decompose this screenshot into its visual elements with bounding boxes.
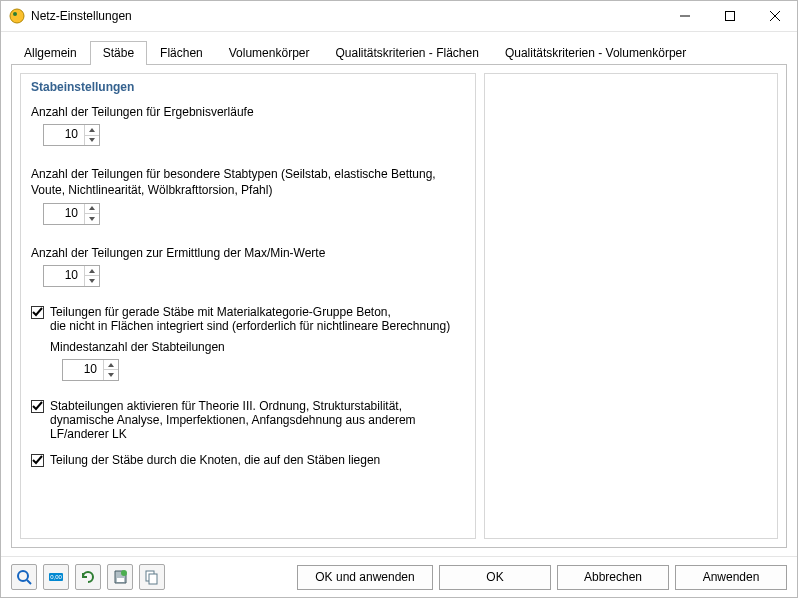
check-nodes-on-members[interactable]: Teilung der Stäbe durch die Knoten, die … (31, 453, 465, 467)
tab-volumenkoerper[interactable]: Volumenkörper (216, 41, 323, 65)
value-divisions-maxmin[interactable]: 10 (44, 266, 84, 286)
checkbox-icon[interactable] (31, 454, 44, 467)
svg-point-8 (121, 570, 127, 576)
window-title: Netz-Einstellungen (31, 9, 132, 23)
check-concrete-divisions[interactable]: Teilungen für gerade Stäbe mit Materialk… (31, 305, 465, 333)
checkbox-icon[interactable] (31, 306, 44, 319)
close-button[interactable] (752, 2, 797, 31)
dialog-window: Netz-Einstellungen Allgemein Stäbe Fläch… (0, 0, 798, 598)
label-concrete-min: Mindestanzahl der Stabteilungen (50, 339, 465, 355)
save-button[interactable] (107, 564, 133, 590)
settings-panel: Stabeinstellungen Anzahl der Teilungen f… (20, 73, 476, 539)
input-divisions-maxmin[interactable]: 10 (43, 265, 100, 287)
ok-apply-button[interactable]: OK und anwenden (297, 565, 433, 590)
apply-button[interactable]: Anwenden (675, 565, 787, 590)
tab-staebe[interactable]: Stäbe (90, 41, 147, 65)
label-divisions-results: Anzahl der Teilungen für Ergebnisverläuf… (31, 104, 465, 120)
svg-rect-10 (149, 574, 157, 584)
value-concrete-min[interactable]: 10 (63, 360, 103, 380)
svg-point-3 (18, 571, 28, 581)
check-concrete-label: Teilungen für gerade Stäbe mit Materialk… (50, 305, 450, 333)
value-divisions-results[interactable]: 10 (44, 125, 84, 145)
units-button[interactable]: 0,00 (43, 564, 69, 590)
svg-point-1 (13, 12, 17, 16)
label-divisions-maxmin: Anzahl der Teilungen zur Ermittlung der … (31, 245, 465, 261)
svg-line-4 (27, 580, 31, 584)
svg-point-0 (10, 9, 24, 23)
ok-button[interactable]: OK (439, 565, 551, 590)
checkbox-icon[interactable] (31, 400, 44, 413)
tab-flaechen[interactable]: Flächen (147, 41, 216, 65)
stepper-down-icon[interactable] (85, 276, 99, 286)
input-divisions-special[interactable]: 10 (43, 203, 100, 225)
check-nodes-label: Teilung der Stäbe durch die Knoten, die … (50, 453, 380, 467)
svg-rect-7 (117, 578, 124, 582)
tab-qualitaet-volumen[interactable]: Qualitätskriterien - Volumenkörper (492, 41, 699, 65)
stepper-up-icon[interactable] (85, 125, 99, 136)
input-divisions-results[interactable]: 10 (43, 124, 100, 146)
check-theory3[interactable]: Stabteilungen aktivieren für Theorie III… (31, 399, 465, 441)
stepper-down-icon[interactable] (104, 370, 118, 380)
footer: 0,00 OK und anwenden OK Abbrechen Anwend… (1, 556, 797, 597)
stepper-up-icon[interactable] (85, 204, 99, 215)
app-icon (9, 8, 25, 24)
maximize-button[interactable] (707, 2, 752, 31)
titlebar: Netz-Einstellungen (1, 1, 797, 32)
svg-text:0,00: 0,00 (50, 574, 62, 580)
value-divisions-special[interactable]: 10 (44, 204, 84, 224)
stepper-down-icon[interactable] (85, 214, 99, 224)
tabstrip: Allgemein Stäbe Flächen Volumenkörper Qu… (1, 32, 797, 64)
label-divisions-special: Anzahl der Teilungen für besondere Stabt… (31, 166, 451, 198)
group-heading: Stabeinstellungen (31, 80, 465, 94)
svg-rect-2 (725, 12, 734, 21)
tab-qualitaet-flaechen[interactable]: Qualitätskriterien - Flächen (322, 41, 491, 65)
check-theory3-label: Stabteilungen aktivieren für Theorie III… (50, 399, 465, 441)
stepper-up-icon[interactable] (104, 360, 118, 371)
preview-panel (484, 73, 778, 539)
help-button[interactable] (11, 564, 37, 590)
tab-body: Stabeinstellungen Anzahl der Teilungen f… (11, 64, 787, 548)
stepper-up-icon[interactable] (85, 266, 99, 277)
copy-button[interactable] (139, 564, 165, 590)
stepper-down-icon[interactable] (85, 136, 99, 146)
input-concrete-min[interactable]: 10 (62, 359, 119, 381)
tab-allgemein[interactable]: Allgemein (11, 41, 90, 65)
cancel-button[interactable]: Abbrechen (557, 565, 669, 590)
refresh-button[interactable] (75, 564, 101, 590)
minimize-button[interactable] (662, 2, 707, 31)
